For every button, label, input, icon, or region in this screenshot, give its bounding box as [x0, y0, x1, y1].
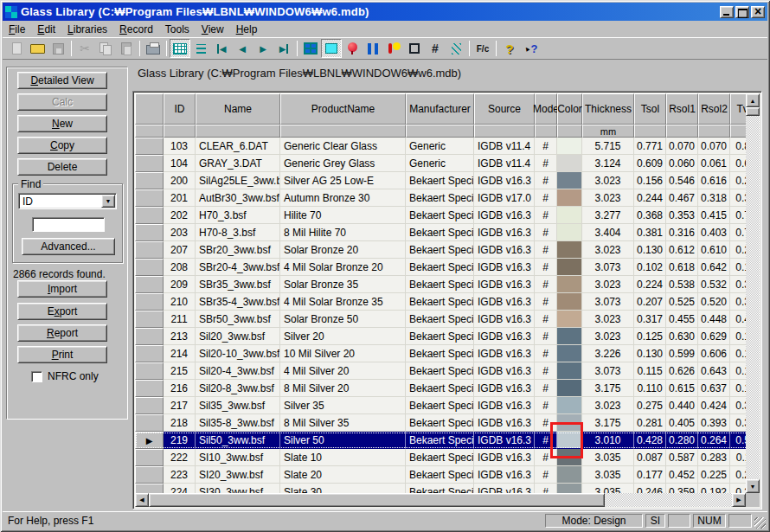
menu-file[interactable]: File — [3, 22, 31, 37]
product-cell[interactable]: Solar Bronze 35 — [280, 276, 406, 293]
table-row-213[interactable]: 213Sil20_3ww.bsfSilver 20Bekaert Special… — [135, 328, 748, 345]
row-selector[interactable] — [135, 138, 164, 155]
id-cell[interactable]: 201 — [164, 189, 196, 207]
source-cell[interactable]: IGDB v11.4 — [474, 138, 535, 155]
product-cell[interactable]: 4 Mil Silver 20 — [280, 362, 406, 380]
id-cell[interactable]: 211 — [164, 311, 196, 328]
column-header-product[interactable]: ProductName — [280, 93, 406, 125]
thickness-cell[interactable]: 3.175 — [582, 414, 634, 432]
id-cell[interactable]: 210 — [164, 293, 196, 311]
name-cell[interactable]: Sil35_3ww.bsf — [196, 397, 280, 414]
thickness-cell[interactable]: 3.035 — [582, 466, 634, 484]
row-selector[interactable] — [135, 224, 164, 241]
source-cell[interactable]: IGDB v16.3 — [474, 224, 535, 241]
mode-cell[interactable]: # — [535, 207, 557, 224]
frame-library-button[interactable] — [363, 39, 383, 58]
id-cell[interactable]: 209 — [164, 276, 196, 293]
table-row-222[interactable]: 222SI10_3ww.bsfSlate 10Bekaert SpecialIG… — [135, 449, 748, 466]
manufacturer-cell[interactable]: Bekaert Special — [406, 380, 474, 397]
rsol2-cell[interactable]: 0.415 — [698, 207, 730, 224]
print-button[interactable]: Print — [17, 346, 107, 363]
source-cell[interactable]: IGDB v16.3 — [474, 362, 535, 380]
manufacturer-cell[interactable]: Bekaert Special — [406, 414, 474, 432]
tsol-cell[interactable]: 0.156 — [634, 172, 666, 189]
tsol-cell[interactable]: 0.281 — [634, 414, 666, 432]
mode-cell[interactable]: # — [535, 155, 557, 172]
last-record-button[interactable] — [273, 39, 294, 58]
product-cell[interactable]: Slate 20 — [280, 466, 406, 484]
find-field-dropdown[interactable]: ID — [18, 193, 117, 209]
manufacturer-cell[interactable]: Bekaert Special — [406, 432, 474, 449]
color-swatch-cell[interactable] — [557, 449, 582, 466]
copy-button[interactable]: Copy — [17, 137, 107, 154]
rsol2-cell[interactable]: 0.070 — [698, 138, 730, 155]
manufacturer-cell[interactable]: Bekaert Special — [406, 397, 474, 414]
mode-cell[interactable]: # — [535, 138, 557, 155]
thickness-cell[interactable]: 3.073 — [582, 362, 634, 380]
rsol1-cell[interactable]: 0.070 — [666, 138, 698, 155]
row-selector[interactable] — [135, 259, 164, 276]
menu-libraries[interactable]: Libraries — [61, 22, 113, 37]
mode-cell[interactable]: # — [535, 466, 557, 484]
product-cell[interactable]: Generic Grey Glass — [280, 155, 406, 172]
row-selector[interactable] — [135, 466, 164, 484]
column-header-name[interactable]: Name — [196, 93, 280, 125]
resize-grip[interactable] — [754, 517, 766, 529]
context-help-button[interactable] — [520, 39, 541, 58]
manufacturer-cell[interactable]: Generic — [406, 138, 474, 155]
name-cell[interactable]: CLEAR_6.DAT — [196, 138, 280, 155]
color-swatch-cell[interactable] — [557, 138, 582, 155]
mode-cell[interactable]: # — [535, 414, 557, 432]
table-row-202[interactable]: 202H70_3.bsfHilite 70Bekaert SpecialIGDB… — [135, 207, 748, 224]
delete-button[interactable]: Delete — [17, 158, 107, 176]
mode-cell[interactable]: # — [535, 259, 557, 276]
column-header-mode[interactable]: Mode — [535, 93, 557, 125]
rsol1-cell[interactable]: 0.440 — [666, 397, 698, 414]
tsol-cell[interactable]: 0.609 — [634, 155, 666, 172]
rsol2-cell[interactable]: 0.532 — [698, 276, 730, 293]
thickness-cell[interactable]: 3.010 — [582, 432, 634, 449]
product-cell[interactable]: Silver AG 25 Low-E — [280, 172, 406, 189]
manufacturer-cell[interactable]: Generic — [406, 155, 474, 172]
product-cell[interactable]: 8 Mil Silver 20 — [280, 380, 406, 397]
grid-button[interactable] — [425, 39, 446, 58]
name-cell[interactable]: SBr35-4_3ww.bsf — [196, 293, 280, 311]
tsol-cell[interactable]: 0.110 — [634, 380, 666, 397]
rsol1-cell[interactable]: 0.280 — [666, 432, 698, 449]
column-header-color[interactable]: Color — [557, 93, 582, 125]
thickness-cell[interactable]: 3.023 — [582, 276, 634, 293]
tsol-cell[interactable]: 0.130 — [634, 241, 666, 259]
source-cell[interactable]: IGDB v16.3 — [474, 293, 535, 311]
manufacturer-cell[interactable]: Bekaert Special — [406, 466, 474, 484]
tsol-cell[interactable]: 0.428 — [634, 432, 666, 449]
id-cell[interactable]: 214 — [164, 345, 196, 362]
tsol-cell[interactable]: 0.317 — [634, 311, 666, 328]
tsol-cell[interactable]: 0.087 — [634, 449, 666, 466]
vertical-scroll-thumb[interactable] — [746, 107, 760, 116]
color-swatch-cell[interactable] — [557, 328, 582, 345]
source-cell[interactable]: IGDB v16.3 — [474, 466, 535, 484]
column-header-rsol1[interactable]: Rsol1 — [666, 93, 698, 125]
horizontal-scroll-thumb[interactable] — [149, 493, 605, 507]
name-cell[interactable]: H70_3.bsf — [196, 207, 280, 224]
color-swatch-cell[interactable] — [557, 432, 582, 449]
product-cell[interactable]: Generic Clear Glass — [280, 138, 406, 155]
column-header-tsol[interactable]: Tsol — [634, 93, 666, 125]
row-selector[interactable] — [135, 414, 164, 432]
name-cell[interactable]: AutBr30_3ww.bsf — [196, 189, 280, 207]
table-row-104[interactable]: 104GRAY_3.DATGeneric Grey GlassGenericIG… — [135, 155, 748, 172]
table-row-215[interactable]: 215Sil20-4_3ww.bsf4 Mil Silver 20Bekaert… — [135, 362, 748, 380]
row-selector[interactable] — [135, 362, 164, 380]
name-cell[interactable]: Sil35-8_3ww.bsf — [196, 414, 280, 432]
product-cell[interactable]: Silver 35 — [280, 397, 406, 414]
next-record-button[interactable] — [253, 39, 273, 58]
rsol2-cell[interactable]: 0.225 — [698, 466, 730, 484]
id-cell[interactable]: 213 — [164, 328, 196, 345]
source-cell[interactable]: IGDB v16.3 — [474, 380, 535, 397]
thickness-cell[interactable]: 5.715 — [582, 138, 634, 155]
open-folder-button[interactable] — [27, 39, 48, 58]
environmental-conditions-button[interactable] — [383, 39, 404, 58]
table-row-211[interactable]: 211SBr50_3ww.bsfSolar Bronze 50Bekaert S… — [135, 311, 748, 328]
print-button[interactable] — [143, 39, 164, 58]
color-swatch-cell[interactable] — [557, 276, 582, 293]
